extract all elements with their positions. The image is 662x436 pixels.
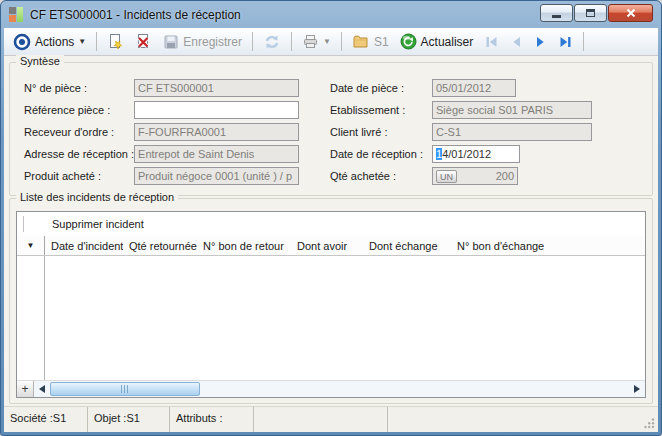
maximize-button[interactable] bbox=[574, 4, 607, 22]
refresh-green-icon bbox=[400, 33, 417, 50]
field-row: Adresse de réception : Entrepot de Saint… bbox=[24, 143, 326, 165]
status-objet: Objet :S1 bbox=[88, 407, 170, 432]
delete-incident-button[interactable] bbox=[131, 31, 156, 52]
field-row: Produit acheté : Produit négoce 0001 (un… bbox=[24, 165, 326, 187]
toolbar-separator bbox=[341, 32, 342, 51]
status-societe: Société :S1 bbox=[4, 407, 88, 432]
app-squares-icon bbox=[9, 7, 24, 22]
field-row: Etablissement : Siège social S01 PARIS bbox=[330, 99, 630, 121]
scroll-right-button[interactable] bbox=[629, 381, 645, 397]
close-button[interactable] bbox=[608, 4, 653, 22]
print-dropdown-icon[interactable]: ▼ bbox=[323, 37, 331, 46]
unit-button[interactable]: UN bbox=[436, 170, 457, 183]
purchased-product-field: Produit négoce 0001 (unité ) / p bbox=[134, 167, 299, 185]
scroll-left-button[interactable] bbox=[34, 381, 50, 397]
delivered-client-field: C-S1 bbox=[432, 123, 592, 141]
reception-date-field[interactable]: 14/01/2012 bbox=[432, 145, 520, 163]
column-header-credit[interactable]: Dont avoir bbox=[291, 240, 363, 252]
field-row: Référence pièce : bbox=[24, 99, 326, 121]
column-header-returned-qty[interactable]: Qté retournée bbox=[123, 240, 197, 252]
nav-next-icon bbox=[534, 35, 547, 49]
nav-previous-icon bbox=[510, 35, 523, 49]
horizontal-scrollbar[interactable]: + bbox=[17, 380, 645, 397]
status-empty-cell bbox=[388, 407, 658, 432]
purchased-qty-label: Qté achetée : bbox=[330, 170, 432, 182]
print-button[interactable]: ▼ bbox=[298, 32, 335, 51]
printer-icon bbox=[302, 34, 319, 49]
new-incident-button[interactable] bbox=[103, 31, 128, 52]
save-button[interactable]: Enregistrer bbox=[159, 32, 246, 52]
grid-body[interactable] bbox=[17, 256, 645, 380]
nav-next-button[interactable] bbox=[530, 33, 551, 51]
piece-date-field: 05/01/2012 bbox=[432, 79, 516, 97]
establishment-field: Siège social S01 PARIS bbox=[432, 101, 592, 119]
statusbar: Société :S1 Objet :S1 Attributs : bbox=[4, 406, 658, 432]
field-row: Date de réception : 14/01/2012 bbox=[330, 143, 630, 165]
column-header-exchange-note[interactable]: N° bon d'échange bbox=[451, 240, 645, 252]
field-row: Date de pièce : 05/01/2012 bbox=[330, 77, 630, 99]
actions-button[interactable]: Actions ▼ bbox=[9, 31, 90, 53]
client-area: Syntèse N° de pièce : CF ETS000001 Référ… bbox=[4, 56, 658, 406]
maximize-icon bbox=[586, 9, 595, 17]
delete-incident-button[interactable]: Supprimer incident bbox=[52, 218, 144, 230]
thumb-grip-icon bbox=[121, 385, 130, 393]
field-row: N° de pièce : CF ETS000001 bbox=[24, 77, 326, 99]
column-header-incident-date[interactable]: Date d'incident bbox=[45, 240, 123, 252]
purchased-qty-field: UN 200 bbox=[432, 167, 518, 185]
delivered-client-label: Client livré : bbox=[330, 126, 432, 138]
incidents-group: Liste des incidents de réception Supprim… bbox=[9, 198, 653, 404]
save-icon bbox=[163, 34, 179, 50]
folder-s1-button[interactable]: S1 bbox=[348, 32, 393, 51]
reception-address-label: Adresse de réception : bbox=[24, 148, 134, 160]
nav-last-button[interactable] bbox=[554, 33, 577, 51]
field-row: Receveur d'ordre : F-FOURFRA0001 bbox=[24, 121, 326, 143]
new-document-icon bbox=[107, 33, 124, 50]
scrollbar-thumb[interactable] bbox=[50, 382, 200, 396]
actualiser-button[interactable]: Actualiser bbox=[396, 31, 478, 52]
status-attributs: Attributs : bbox=[170, 407, 254, 432]
close-icon bbox=[626, 8, 636, 18]
piece-number-label: N° de pièce : bbox=[24, 82, 134, 94]
titlebar[interactable]: CF ETS000001 - Incidents de réception bbox=[1, 1, 661, 28]
reference-field[interactable] bbox=[134, 101, 299, 119]
delete-document-icon bbox=[135, 33, 152, 50]
reception-date-label: Date de réception : bbox=[330, 148, 432, 160]
main-toolbar: Actions ▼ bbox=[4, 28, 658, 56]
save-label: Enregistrer bbox=[183, 35, 242, 49]
scroll-right-icon bbox=[634, 385, 640, 393]
scroll-left-icon bbox=[39, 385, 45, 393]
column-header-exchange[interactable]: Dont échange bbox=[363, 240, 451, 252]
row-selector-icon: ▼ bbox=[27, 241, 35, 250]
nav-first-button[interactable] bbox=[480, 33, 503, 51]
field-row: Qté achetée : UN 200 bbox=[330, 165, 630, 187]
status-empty-cell bbox=[254, 407, 388, 432]
toolbar-separator bbox=[583, 32, 584, 51]
row-selector-header[interactable]: ▼ bbox=[17, 236, 45, 255]
column-header-return-note[interactable]: N° bon de retour bbox=[197, 240, 291, 252]
folder-icon bbox=[352, 34, 370, 49]
resize-grip-icon[interactable] bbox=[643, 417, 655, 429]
sync-icon bbox=[263, 34, 281, 50]
synthesis-group: Syntèse N° de pièce : CF ETS000001 Référ… bbox=[9, 62, 653, 196]
add-row-button[interactable]: + bbox=[17, 381, 34, 397]
toolbar-separator bbox=[291, 32, 292, 51]
receiver-label: Receveur d'ordre : bbox=[24, 126, 134, 138]
minimize-icon bbox=[552, 15, 561, 18]
reception-date-rest: 4/01/2012 bbox=[442, 148, 491, 160]
minimize-button[interactable] bbox=[540, 4, 573, 22]
incidents-group-title: Liste des incidents de réception bbox=[16, 191, 178, 203]
grid-header: ▼ Date d'incident Qté retournée N° bon d… bbox=[17, 236, 645, 256]
field-row: Client livré : C-S1 bbox=[330, 121, 630, 143]
scrollbar-track[interactable] bbox=[200, 381, 629, 397]
folder-label: S1 bbox=[374, 35, 389, 49]
purchased-product-label: Produit acheté : bbox=[24, 170, 134, 182]
nav-last-icon bbox=[558, 35, 573, 49]
grid-row-gutter bbox=[17, 256, 45, 380]
receiver-field: F-FOURFRA0001 bbox=[134, 123, 299, 141]
piece-date-label: Date de pièce : bbox=[330, 82, 432, 94]
refresh-button[interactable] bbox=[259, 32, 285, 52]
purchased-qty-value: 200 bbox=[496, 169, 514, 184]
incidents-grid: Supprimer incident ▼ Date d'incident Qté… bbox=[16, 211, 646, 398]
nav-previous-button[interactable] bbox=[506, 33, 527, 51]
reception-address-field: Entrepot de Saint Denis bbox=[134, 145, 299, 163]
